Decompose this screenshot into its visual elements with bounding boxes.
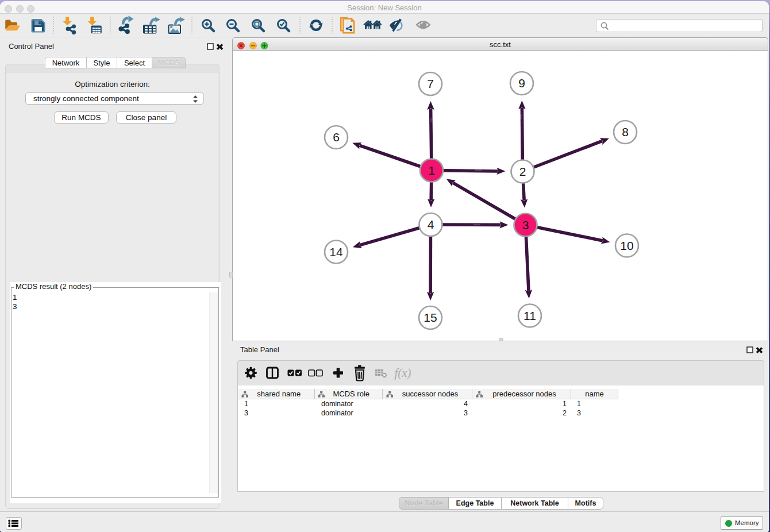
svg-text:f(x): f(x) <box>394 366 411 380</box>
svg-text:8: 8 <box>622 125 629 138</box>
svg-text:6: 6 <box>333 130 340 144</box>
svg-text:4: 4 <box>428 218 434 231</box>
svg-text:2: 2 <box>519 165 526 178</box>
svg-text:10: 10 <box>620 239 633 252</box>
svg-text:14: 14 <box>329 245 343 259</box>
svg-text:7: 7 <box>427 77 434 90</box>
svg-text:11: 11 <box>523 309 536 322</box>
svg-text:3: 3 <box>522 218 529 232</box>
svg-text:1: 1 <box>428 164 435 177</box>
svg-text:9: 9 <box>518 76 525 90</box>
svg-text:15: 15 <box>424 311 437 324</box>
